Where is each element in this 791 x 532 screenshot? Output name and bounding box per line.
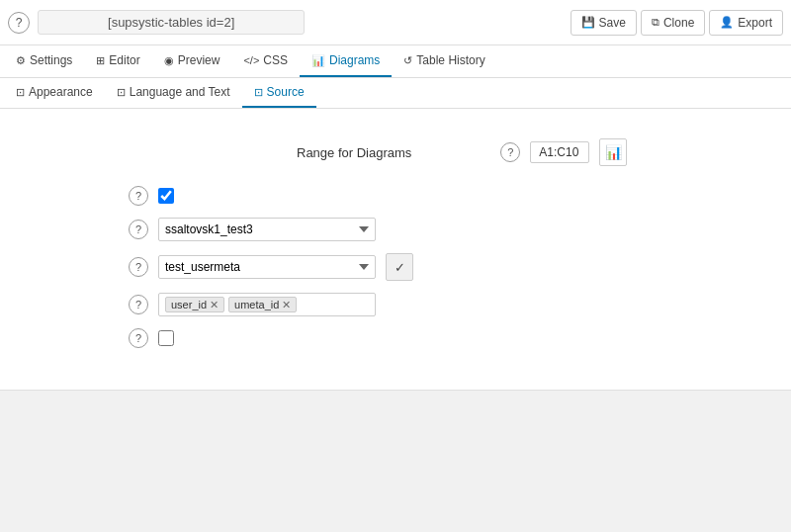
preview-icon: ◉ — [164, 54, 174, 67]
footer-area: — — [0, 390, 791, 532]
export-label: Export — [738, 16, 772, 30]
row2-select[interactable]: ssaltovsk1_test3 — [158, 218, 376, 241]
main-tabs: ⚙ Settings ⊞ Editor ◉ Preview </> CSS 📊 … — [0, 45, 791, 78]
tab-editor-label: Editor — [109, 53, 139, 67]
tag-umeta-id-text: umeta_id — [234, 299, 279, 310]
range-question-mark: ? — [507, 146, 513, 158]
clone-icon: ⧉ — [652, 16, 659, 29]
help-button[interactable]: ? — [8, 12, 30, 34]
tab-settings-label: Settings — [30, 53, 72, 67]
range-chart-button[interactable]: 📊 — [599, 138, 627, 166]
tag-umeta-id: umeta_id ✕ — [228, 297, 297, 312]
tab-preview[interactable]: ◉ Preview — [152, 45, 232, 77]
editor-icon: ⊞ — [96, 54, 105, 67]
tab-diagrams[interactable]: 📊 Diagrams — [300, 45, 392, 77]
settings-icon: ⚙ — [16, 54, 26, 67]
row1-checkbox[interactable] — [158, 188, 174, 204]
table-history-icon: ↺ — [403, 54, 412, 67]
top-actions: 💾 Save ⧉ Clone 👤 Export — [571, 10, 783, 36]
top-bar: ? [supsystic-tables id=2] 💾 Save ⧉ Clone… — [0, 0, 791, 45]
tab-appearance-label: Appearance — [29, 85, 93, 99]
form-row-5: ? — [20, 328, 771, 348]
tag-umeta-id-remove[interactable]: ✕ — [282, 300, 291, 310]
form-row-2: ? ssaltovsk1_test3 — [20, 218, 771, 241]
clone-label: Clone — [663, 16, 694, 30]
tab-source-label: Source — [267, 85, 305, 99]
appearance-icon: ⊡ — [16, 86, 25, 99]
save-button[interactable]: 💾 Save — [571, 10, 637, 36]
checkmark-icon: ✓ — [395, 260, 405, 275]
form-row-4: ? user_id ✕ umeta_id ✕ — [20, 293, 771, 316]
clone-button[interactable]: ⧉ Clone — [641, 10, 705, 36]
tab-language-text-label: Language and Text — [130, 85, 230, 99]
form-row-1: ? — [20, 186, 771, 206]
tab-source[interactable]: ⊡ Source — [242, 78, 316, 108]
tab-preview-label: Preview — [178, 53, 220, 67]
tab-appearance[interactable]: ⊡ Appearance — [4, 78, 105, 108]
tags-input[interactable]: user_id ✕ umeta_id ✕ — [158, 293, 376, 316]
language-icon: ⊡ — [117, 86, 126, 99]
export-button[interactable]: 👤 Export — [709, 10, 783, 36]
row3-select[interactable]: test_usermeta — [158, 255, 376, 279]
tag-user-id-text: user_id — [171, 299, 207, 310]
help-icon: ? — [16, 16, 23, 30]
row1-help-icon[interactable]: ? — [129, 186, 148, 206]
tab-css-label: CSS — [263, 53, 288, 67]
tab-css[interactable]: </> CSS — [231, 45, 300, 77]
source-icon: ⊡ — [254, 86, 263, 99]
range-row: Range for Diagrams ? A1:C10 📊 — [0, 129, 791, 176]
save-label: Save — [599, 16, 626, 30]
save-icon: 💾 — [581, 16, 595, 29]
export-icon: 👤 — [720, 16, 734, 29]
row5-help-icon[interactable]: ? — [129, 328, 148, 348]
css-icon: </> — [243, 54, 259, 66]
row3-help-icon[interactable]: ? — [129, 257, 148, 277]
tab-settings[interactable]: ⚙ Settings — [4, 45, 84, 77]
row4-help-icon[interactable]: ? — [129, 295, 148, 314]
content-area: Range for Diagrams ? A1:C10 📊 ? ? ssalto… — [0, 109, 791, 390]
row3-check-button[interactable]: ✓ — [386, 253, 413, 281]
tab-table-history[interactable]: ↺ Table History — [392, 45, 496, 77]
tag-user-id-remove[interactable]: ✕ — [210, 300, 219, 310]
diagrams-icon: 📊 — [311, 54, 325, 67]
range-value[interactable]: A1:C10 — [530, 141, 589, 163]
row5-checkbox[interactable] — [158, 330, 174, 346]
form-area: ? ? ssaltovsk1_test3 ? test_usermeta ✓ ? — [0, 176, 791, 370]
form-row-3: ? test_usermeta ✓ — [20, 253, 771, 281]
tag-user-id: user_id ✕ — [165, 297, 224, 312]
range-help-icon[interactable]: ? — [500, 142, 520, 162]
row2-help-icon[interactable]: ? — [129, 220, 148, 239]
tab-diagrams-label: Diagrams — [329, 53, 380, 67]
chart-icon: 📊 — [605, 144, 622, 160]
tab-table-history-label: Table History — [416, 53, 484, 67]
tab-editor[interactable]: ⊞ Editor — [84, 45, 151, 77]
table-title: [supsystic-tables id=2] — [38, 10, 305, 35]
sub-tabs: ⊡ Appearance ⊡ Language and Text ⊡ Sourc… — [0, 78, 791, 109]
tab-language-text[interactable]: ⊡ Language and Text — [105, 78, 242, 108]
range-label: Range for Diagrams — [297, 145, 411, 160]
